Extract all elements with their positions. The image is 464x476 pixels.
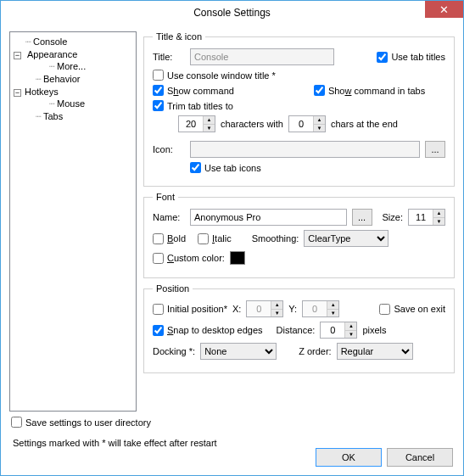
spin-down-icon[interactable]: ▼ (327, 310, 338, 317)
tree-connector: ┈ (25, 36, 31, 47)
font-name-input[interactable] (190, 209, 347, 226)
docking-label: Docking *: (153, 346, 195, 356)
zorder-label: Z order: (299, 346, 332, 356)
x-label: X: (232, 304, 241, 314)
close-icon: ✕ (439, 3, 449, 16)
position-legend: Position (153, 283, 193, 294)
trim-chars-spinner[interactable]: ▲▼ (178, 115, 215, 132)
title-input[interactable] (190, 48, 334, 65)
title-label: Title: (153, 52, 185, 62)
ok-button[interactable]: OK (316, 448, 382, 467)
collapse-icon[interactable]: − (14, 52, 21, 59)
title-icon-group: Title & icon Title: Use tab titles Use c… (143, 31, 455, 187)
titlebar: Console Settings ✕ (1, 1, 463, 25)
custom-color-checkbox[interactable]: Custom color: (153, 253, 225, 264)
distance-label: Distance: (277, 325, 316, 335)
snap-checkbox[interactable]: Snap to desktop edges (153, 325, 263, 336)
initial-position-checkbox[interactable]: Initial position* (153, 304, 227, 315)
spin-down-icon[interactable]: ▼ (203, 125, 215, 132)
save-on-exit-checkbox[interactable]: Save on exit (379, 304, 445, 315)
spin-up-icon[interactable]: ▲ (344, 322, 356, 331)
window-title: Console Settings (193, 7, 271, 19)
bold-checkbox[interactable]: Bold (153, 233, 186, 244)
tree-item-hotkeys[interactable]: −Hotkeys (12, 86, 134, 98)
spin-up-icon[interactable]: ▲ (433, 210, 444, 218)
restart-note: Settings marked with * will take effect … (13, 438, 453, 448)
tree-item-tabs[interactable]: ┈Tabs (12, 110, 134, 123)
tree-item-appearance[interactable]: −Appearance (12, 48, 134, 60)
x-spinner[interactable]: ▲▼ (246, 300, 283, 317)
spin-up-icon[interactable]: ▲ (203, 116, 215, 125)
smoothing-select[interactable]: ClearType (304, 230, 389, 247)
font-size-spinner[interactable]: ▲▼ (408, 209, 445, 226)
tree-item-more[interactable]: ┈More... (12, 60, 134, 73)
icon-label: Icon: (153, 144, 185, 154)
font-group: Font Name: ... Size: ▲▼ Bold Italic Smoo… (143, 192, 455, 278)
spin-down-icon[interactable]: ▼ (344, 331, 356, 339)
close-button[interactable]: ✕ (425, 1, 463, 18)
distance-spinner[interactable]: ▲▼ (320, 322, 357, 339)
italic-checkbox[interactable]: Italic (198, 233, 232, 244)
color-swatch[interactable] (230, 251, 245, 265)
spin-up-icon[interactable]: ▲ (313, 116, 325, 125)
save-to-user-dir-checkbox[interactable]: Save settings to user directory (11, 417, 151, 428)
tree-item-behavior[interactable]: ┈Behavior (12, 73, 134, 86)
spin-up-icon[interactable]: ▲ (327, 301, 338, 310)
font-size-label: Size: (383, 212, 403, 222)
y-spinner[interactable]: ▲▼ (302, 300, 339, 317)
use-tab-titles-checkbox[interactable]: Use tab titles (377, 52, 445, 63)
spin-up-icon[interactable]: ▲ (271, 301, 282, 310)
collapse-icon[interactable]: − (14, 89, 21, 97)
icon-input[interactable] (190, 141, 420, 158)
font-legend: Font (153, 192, 178, 202)
font-name-label: Name: (153, 212, 185, 222)
zorder-select[interactable]: Regular (337, 343, 413, 360)
position-group: Position Initial position* X: ▲▼ Y: ▲▼ S… (143, 283, 455, 373)
use-console-window-title-checkbox[interactable]: Use console window title * (153, 70, 276, 81)
settings-tree[interactable]: ┈Console −Appearance ┈More... ┈Behavior … (9, 31, 137, 412)
browse-icon-button[interactable]: ... (425, 141, 445, 158)
browse-font-button[interactable]: ... (352, 209, 372, 226)
show-command-in-tabs-checkbox[interactable]: Show command in tabs (314, 85, 425, 96)
smoothing-label: Smoothing: (252, 233, 299, 244)
y-label: Y: (288, 304, 297, 314)
cancel-button[interactable]: Cancel (387, 448, 453, 467)
trim-tab-titles-checkbox[interactable]: Trim tab titles to (153, 100, 233, 111)
spin-down-icon[interactable]: ▼ (271, 310, 282, 317)
show-command-checkbox[interactable]: Show command (153, 85, 234, 96)
spin-down-icon[interactable]: ▼ (433, 218, 444, 226)
tree-item-console[interactable]: ┈Console (12, 36, 134, 48)
end-chars-spinner[interactable]: ▲▼ (288, 115, 326, 132)
use-tab-icons-checkbox[interactable]: Use tab icons (190, 162, 261, 173)
spin-down-icon[interactable]: ▼ (313, 125, 325, 132)
tree-item-mouse[interactable]: ┈Mouse (12, 98, 134, 110)
docking-select[interactable]: None (200, 343, 277, 360)
title-icon-legend: Title & icon (153, 31, 205, 42)
